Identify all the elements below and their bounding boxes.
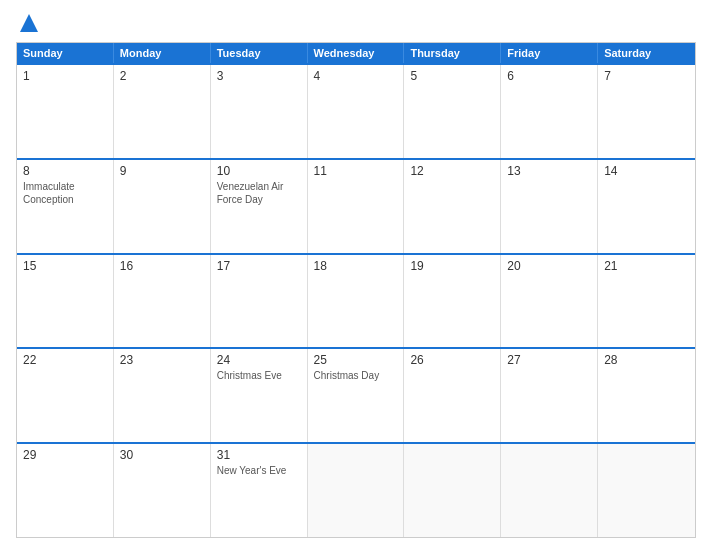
calendar-cell: [598, 444, 695, 537]
svg-marker-0: [20, 14, 38, 32]
calendar-cell: 17: [211, 255, 308, 348]
day-number: 11: [314, 164, 398, 178]
day-number: 31: [217, 448, 301, 462]
calendar-cell: 31New Year's Eve: [211, 444, 308, 537]
calendar-cell: 11: [308, 160, 405, 253]
calendar-cell: 15: [17, 255, 114, 348]
calendar-cell: 23: [114, 349, 211, 442]
calendar-event: Christmas Day: [314, 369, 398, 382]
calendar-cell: [404, 444, 501, 537]
day-number: 30: [120, 448, 204, 462]
calendar-week-5: 293031New Year's Eve: [17, 442, 695, 537]
calendar-cell: 22: [17, 349, 114, 442]
calendar-week-2: 8Immaculate Conception910Venezuelan Air …: [17, 158, 695, 253]
day-number: 29: [23, 448, 107, 462]
calendar-cell: [308, 444, 405, 537]
calendar-cell: 27: [501, 349, 598, 442]
calendar-cell: 9: [114, 160, 211, 253]
weekday-header-monday: Monday: [114, 43, 211, 63]
weekday-header-friday: Friday: [501, 43, 598, 63]
calendar-cell: 2: [114, 65, 211, 158]
day-number: 5: [410, 69, 494, 83]
calendar-cell: 25Christmas Day: [308, 349, 405, 442]
calendar-event: Venezuelan Air Force Day: [217, 180, 301, 206]
day-number: 15: [23, 259, 107, 273]
calendar-cell: 13: [501, 160, 598, 253]
day-number: 9: [120, 164, 204, 178]
calendar-cell: 24Christmas Eve: [211, 349, 308, 442]
day-number: 18: [314, 259, 398, 273]
calendar-event: New Year's Eve: [217, 464, 301, 477]
day-number: 14: [604, 164, 689, 178]
day-number: 16: [120, 259, 204, 273]
day-number: 10: [217, 164, 301, 178]
calendar-cell: 3: [211, 65, 308, 158]
header: [16, 12, 696, 34]
calendar-cell: 30: [114, 444, 211, 537]
day-number: 7: [604, 69, 689, 83]
day-number: 3: [217, 69, 301, 83]
calendar-week-3: 15161718192021: [17, 253, 695, 348]
calendar-cell: 8Immaculate Conception: [17, 160, 114, 253]
weekday-header-sunday: Sunday: [17, 43, 114, 63]
calendar-cell: 29: [17, 444, 114, 537]
weekday-header-tuesday: Tuesday: [211, 43, 308, 63]
calendar-cell: 12: [404, 160, 501, 253]
day-number: 19: [410, 259, 494, 273]
calendar-cell: 6: [501, 65, 598, 158]
day-number: 24: [217, 353, 301, 367]
day-number: 2: [120, 69, 204, 83]
day-number: 8: [23, 164, 107, 178]
day-number: 6: [507, 69, 591, 83]
weekday-header-saturday: Saturday: [598, 43, 695, 63]
calendar-week-1: 1234567: [17, 63, 695, 158]
calendar-cell: 14: [598, 160, 695, 253]
calendar: SundayMondayTuesdayWednesdayThursdayFrid…: [16, 42, 696, 538]
calendar-cell: 7: [598, 65, 695, 158]
weekday-header-thursday: Thursday: [404, 43, 501, 63]
calendar-cell: 19: [404, 255, 501, 348]
day-number: 1: [23, 69, 107, 83]
day-number: 25: [314, 353, 398, 367]
day-number: 17: [217, 259, 301, 273]
day-number: 20: [507, 259, 591, 273]
calendar-cell: 1: [17, 65, 114, 158]
day-number: 21: [604, 259, 689, 273]
day-number: 22: [23, 353, 107, 367]
logo: [16, 12, 40, 34]
calendar-cell: 26: [404, 349, 501, 442]
calendar-cell: 20: [501, 255, 598, 348]
calendar-cell: 28: [598, 349, 695, 442]
calendar-cell: [501, 444, 598, 537]
calendar-cell: 16: [114, 255, 211, 348]
calendar-cell: 5: [404, 65, 501, 158]
calendar-event: Christmas Eve: [217, 369, 301, 382]
calendar-cell: 4: [308, 65, 405, 158]
day-number: 27: [507, 353, 591, 367]
calendar-cell: 18: [308, 255, 405, 348]
day-number: 23: [120, 353, 204, 367]
weekday-header-row: SundayMondayTuesdayWednesdayThursdayFrid…: [17, 43, 695, 63]
calendar-event: Immaculate Conception: [23, 180, 107, 206]
calendar-cell: 21: [598, 255, 695, 348]
day-number: 26: [410, 353, 494, 367]
logo-flag-icon: [18, 12, 40, 34]
calendar-week-4: 222324Christmas Eve25Christmas Day262728: [17, 347, 695, 442]
day-number: 4: [314, 69, 398, 83]
weekday-header-wednesday: Wednesday: [308, 43, 405, 63]
calendar-cell: 10Venezuelan Air Force Day: [211, 160, 308, 253]
day-number: 13: [507, 164, 591, 178]
day-number: 28: [604, 353, 689, 367]
calendar-page: SundayMondayTuesdayWednesdayThursdayFrid…: [0, 0, 712, 550]
day-number: 12: [410, 164, 494, 178]
calendar-body: 12345678Immaculate Conception910Venezuel…: [17, 63, 695, 537]
